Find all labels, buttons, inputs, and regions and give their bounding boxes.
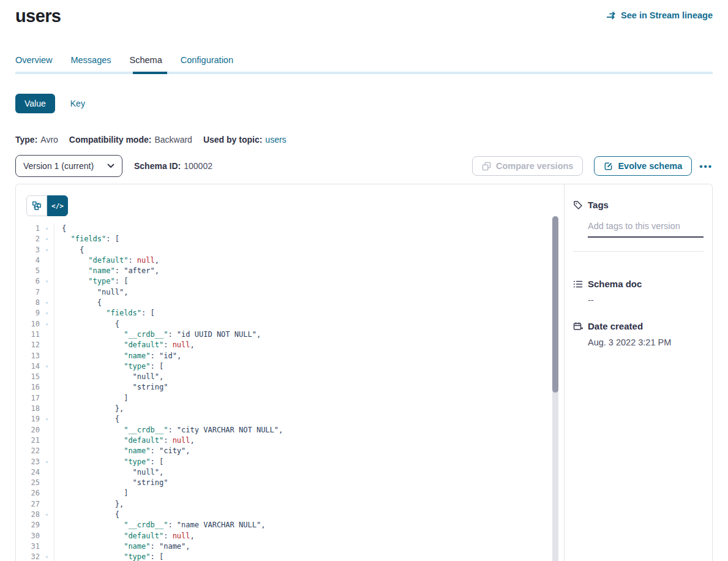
code-line: 16 "string" bbox=[16, 382, 564, 393]
code-line: 5 "name": "after", bbox=[16, 266, 564, 276]
date-created-section: Date created Aug. 3 2022 3:21 PM bbox=[573, 321, 704, 347]
code-line: 8▾ { bbox=[16, 298, 564, 308]
line-number: 27 bbox=[16, 499, 40, 510]
topic-link[interactable]: users bbox=[265, 135, 286, 145]
code-text: "__crdb__": "name VARCHAR NULL", bbox=[54, 520, 564, 530]
code-line: 24 "null", bbox=[16, 467, 564, 478]
code-text: { bbox=[54, 510, 564, 520]
version-select[interactable]: Version 1 (current) bbox=[15, 155, 122, 177]
see-in-stream-lineage-link[interactable]: See in Stream lineage bbox=[606, 10, 713, 20]
value-key-toggle: Value Key bbox=[15, 94, 713, 113]
code-line: 21 "default": null, bbox=[16, 435, 564, 446]
tab-configuration[interactable]: Configuration bbox=[181, 55, 233, 72]
line-number: 2 bbox=[16, 234, 40, 244]
value-toggle-button[interactable]: Value bbox=[15, 94, 55, 113]
code-text: "name": "city", bbox=[54, 446, 564, 456]
fold-arrow-icon[interactable]: ▾ bbox=[40, 552, 54, 561]
line-number: 8 bbox=[16, 298, 40, 308]
code-text: "name": "after", bbox=[54, 266, 564, 276]
code-line: 7 "null", bbox=[16, 287, 564, 298]
fold-gutter bbox=[40, 488, 54, 499]
tab-overview[interactable]: Overview bbox=[15, 55, 52, 72]
tags-section: Tags bbox=[573, 200, 704, 238]
list-icon bbox=[573, 279, 583, 305]
code-text: "default": null, bbox=[54, 531, 564, 541]
fold-gutter bbox=[40, 520, 54, 530]
fold-arrow-icon[interactable]: ▾ bbox=[40, 361, 54, 372]
code-line: 12 "default": null, bbox=[16, 340, 564, 350]
more-options-button[interactable]: ••• bbox=[699, 161, 713, 171]
line-number: 29 bbox=[16, 520, 40, 530]
code-text: "type": [ bbox=[54, 457, 564, 467]
evolve-schema-label: Evolve schema bbox=[618, 161, 682, 171]
code-text: }, bbox=[54, 404, 564, 414]
evolve-schema-button[interactable]: Evolve schema bbox=[594, 156, 692, 176]
fold-arrow-icon[interactable]: ▾ bbox=[40, 308, 54, 318]
code-line: 26 ] bbox=[16, 488, 564, 499]
code-line: 25 "string" bbox=[16, 478, 564, 488]
code-text: }, bbox=[54, 499, 564, 510]
fold-arrow-icon[interactable]: ▾ bbox=[40, 224, 54, 234]
fold-arrow-icon[interactable]: ▾ bbox=[40, 276, 54, 287]
code-text: "string" bbox=[54, 478, 564, 488]
fold-arrow-icon[interactable]: ▾ bbox=[40, 414, 54, 424]
page-title: users bbox=[15, 6, 61, 26]
line-number: 17 bbox=[16, 393, 40, 404]
compare-icon bbox=[482, 162, 491, 171]
fold-arrow-icon[interactable]: ▾ bbox=[40, 234, 54, 244]
code-line: 18 }, bbox=[16, 404, 564, 414]
code-text: { bbox=[54, 414, 564, 424]
code-line: 3▾ { bbox=[16, 245, 564, 255]
tree-view-button[interactable] bbox=[26, 195, 47, 216]
code-text: "type": [ bbox=[54, 552, 564, 561]
fold-gutter bbox=[40, 541, 54, 552]
schema-doc-value: -- bbox=[588, 295, 704, 305]
code-line: 15 "null", bbox=[16, 372, 564, 382]
line-number: 28 bbox=[16, 510, 40, 520]
date-created-value: Aug. 3 2022 3:21 PM bbox=[588, 337, 704, 347]
fold-gutter bbox=[40, 329, 54, 340]
page-header: users See in Stream lineage bbox=[15, 0, 713, 26]
code-text: "type": [ bbox=[54, 361, 564, 372]
fold-arrow-icon[interactable]: ▾ bbox=[40, 457, 54, 467]
tab-messages[interactable]: Messages bbox=[70, 55, 111, 72]
line-number: 21 bbox=[16, 435, 40, 446]
editor-scrollbar-thumb[interactable] bbox=[552, 216, 558, 393]
compare-versions-button[interactable]: Compare versions bbox=[472, 156, 584, 176]
add-tags-input[interactable] bbox=[588, 217, 704, 238]
key-toggle-button[interactable]: Key bbox=[70, 99, 85, 108]
code-line: 28▾ { bbox=[16, 510, 564, 520]
chevron-down-icon bbox=[107, 164, 114, 168]
code-view-button[interactable]: </> bbox=[47, 195, 68, 216]
tab-schema[interactable]: Schema bbox=[130, 55, 162, 72]
fold-gutter bbox=[40, 372, 54, 382]
schema-panel: </> 1▾{2▾ "fields": [3▾ {4 "default": nu… bbox=[15, 184, 713, 561]
line-number: 19 bbox=[16, 414, 40, 424]
fold-arrow-icon[interactable]: ▾ bbox=[40, 245, 54, 255]
schema-doc-section: Schema doc -- bbox=[573, 279, 704, 305]
fold-arrow-icon[interactable]: ▾ bbox=[40, 510, 54, 520]
code-line: 1▾{ bbox=[16, 224, 564, 234]
code-text: "name": "id", bbox=[54, 351, 564, 361]
fold-gutter bbox=[40, 499, 54, 510]
code-line: 19▾ { bbox=[16, 414, 564, 424]
line-number: 25 bbox=[16, 478, 40, 488]
line-number: 1 bbox=[16, 224, 40, 234]
fold-arrow-icon[interactable]: ▾ bbox=[40, 319, 54, 329]
schema-doc-heading: Schema doc bbox=[588, 279, 704, 289]
line-number: 15 bbox=[16, 372, 40, 382]
editor-scrollbar-track[interactable] bbox=[552, 216, 558, 561]
schema-code-editor[interactable]: 1▾{2▾ "fields": [3▾ {4 "default": null,5… bbox=[16, 224, 564, 561]
fold-gutter bbox=[40, 382, 54, 393]
code-line: 32▾ "type": [ bbox=[16, 552, 564, 561]
code-line: 9▾ "fields": [ bbox=[16, 308, 564, 318]
schema-code-pane: </> 1▾{2▾ "fields": [3▾ {4 "default": nu… bbox=[16, 184, 565, 561]
line-number: 20 bbox=[16, 425, 40, 435]
code-line: 11 "__crdb__": "id UUID NOT NULL", bbox=[16, 329, 564, 340]
code-text: "__crdb__": "id UUID NOT NULL", bbox=[54, 329, 564, 340]
compare-versions-label: Compare versions bbox=[496, 161, 574, 171]
code-text: "null", bbox=[54, 287, 564, 298]
fold-arrow-icon[interactable]: ▾ bbox=[40, 298, 54, 308]
tree-view-icon bbox=[32, 201, 42, 211]
code-text: "null", bbox=[54, 467, 564, 478]
